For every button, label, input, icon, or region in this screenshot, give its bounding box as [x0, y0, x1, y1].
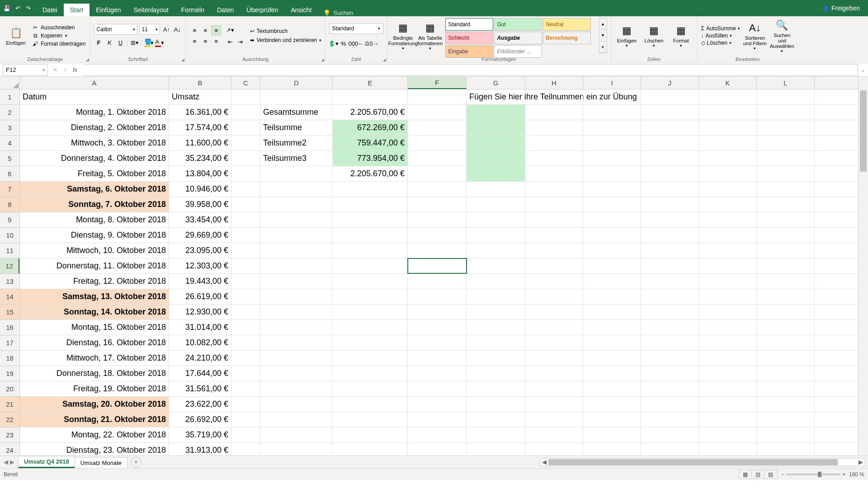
cell-C13[interactable] [231, 274, 260, 289]
undo-icon[interactable]: ↶ [14, 5, 22, 12]
number-format-select[interactable]: Standard▾ [329, 23, 383, 34]
cell-K2[interactable] [699, 105, 757, 120]
cell-G16[interactable] [467, 320, 525, 335]
merge-center-button[interactable]: ⬌Verbinden und zentrieren▾ [250, 37, 321, 43]
conditional-formatting-button[interactable]: ▦ Bedingte Formatierung▾ [391, 18, 415, 53]
cell-K14[interactable] [699, 289, 757, 304]
cell-A13[interactable]: Freitag, 12. Oktober 2018 [20, 274, 169, 289]
ribbon-tab-datei[interactable]: Datei [36, 4, 64, 16]
cell-I19[interactable] [583, 366, 641, 381]
cell-J8[interactable] [641, 197, 699, 212]
row-header-7[interactable]: 7 [0, 182, 19, 197]
cell-L23[interactable] [757, 427, 815, 442]
cell-K12[interactable] [699, 258, 757, 273]
scroll-right-icon[interactable]: ▶ [857, 459, 865, 465]
share-button[interactable]: Freigeben [823, 5, 860, 12]
row-header-20[interactable]: 20 [0, 381, 19, 397]
cell-H15[interactable] [525, 305, 583, 319]
cell-L21[interactable] [757, 397, 815, 412]
cell-B20[interactable]: 31.561,00 € [169, 381, 231, 396]
cell-L8[interactable] [757, 197, 815, 212]
cell-K20[interactable] [699, 381, 757, 396]
cell-G10[interactable] [467, 228, 525, 243]
cell-D17[interactable] [260, 335, 333, 350]
column-header-F[interactable]: F [408, 77, 467, 89]
cell-I23[interactable] [583, 427, 641, 442]
normal-view-icon[interactable]: ▦ [739, 470, 752, 479]
decrease-font-icon[interactable]: A↓ [173, 24, 182, 34]
cell-G14[interactable] [467, 289, 525, 304]
cell-L3[interactable] [757, 120, 815, 135]
font-size-select[interactable]: 11▾ [139, 24, 160, 35]
cell-style-schlecht[interactable]: Schlecht [445, 32, 493, 44]
percent-format-icon[interactable]: % [339, 38, 348, 48]
cell-B2[interactable]: 16.361,00 € [169, 105, 231, 120]
cell-K6[interactable] [699, 166, 757, 181]
cell-E18[interactable] [333, 351, 408, 366]
cell-K21[interactable] [699, 397, 757, 412]
thousands-format-icon[interactable]: 000 [349, 38, 358, 48]
cell-F9[interactable] [408, 212, 467, 227]
redo-icon[interactable]: ↷ [24, 5, 33, 12]
cell-A16[interactable]: Montag, 15. Oktober 2018 [20, 320, 169, 335]
cell-J19[interactable] [641, 366, 699, 381]
cell-L20[interactable] [757, 381, 815, 396]
cell-D12[interactable] [260, 258, 333, 273]
cell-J1[interactable] [641, 89, 699, 104]
cell-H23[interactable] [525, 427, 583, 442]
cell-B8[interactable]: 39.958,00 € [169, 197, 231, 212]
cell-J6[interactable] [641, 166, 699, 181]
cell-D5[interactable]: Teilsumme3 [260, 151, 333, 166]
cell-C7[interactable] [231, 182, 260, 197]
name-box[interactable]: F12▾ [3, 64, 48, 76]
cell-style-ausgabe[interactable]: Ausgabe [494, 32, 542, 44]
cell-A15[interactable]: Sonntag, 14. Oktober 2018 [20, 305, 169, 319]
cell-K17[interactable] [699, 335, 757, 350]
row-header-21[interactable]: 21 [0, 397, 19, 412]
cell-E8[interactable] [333, 197, 408, 212]
cell-H24[interactable] [525, 443, 583, 455]
cell-G19[interactable] [467, 366, 525, 381]
cell-G22[interactable] [467, 412, 525, 427]
cell-C16[interactable] [231, 320, 260, 335]
cell-I17[interactable] [583, 335, 641, 350]
cell-C9[interactable] [231, 212, 260, 227]
cell-I20[interactable] [583, 381, 641, 396]
align-bottom-center[interactable]: ≡ [200, 36, 210, 46]
formula-input[interactable] [82, 64, 858, 76]
cell-L24[interactable] [757, 443, 815, 455]
cell-C18[interactable] [231, 351, 260, 366]
cell-H9[interactable] [525, 212, 583, 227]
scroll-more-icon[interactable]: ▾ [599, 42, 607, 53]
cell-B23[interactable]: 35.719,00 € [169, 427, 231, 442]
align-bottom-right[interactable]: ≡ [211, 36, 221, 46]
autosum-button[interactable]: ΣAutoSumme▾ [701, 25, 740, 32]
cell-J4[interactable] [641, 136, 699, 150]
format-cells-button[interactable]: ▦Format▾ [669, 18, 693, 53]
cell-A2[interactable]: Montag, 1. Oktober 2018 [20, 105, 169, 120]
cell-G24[interactable] [467, 443, 525, 455]
scroll-left-icon[interactable]: ◀ [540, 459, 548, 465]
cell-A1[interactable]: Datum [20, 89, 169, 104]
cell-B21[interactable]: 23.622,00 € [169, 397, 231, 412]
cell-B17[interactable]: 10.082,00 € [169, 335, 231, 350]
cell-F8[interactable] [408, 197, 467, 212]
cell-B24[interactable]: 31.913,00 € [169, 443, 231, 455]
cell-C1[interactable] [231, 89, 260, 104]
format-painter-button[interactable]: 🖌Format übertragen [31, 40, 86, 47]
cell-F23[interactable] [408, 427, 467, 442]
cell-D20[interactable] [260, 381, 333, 396]
cell-L4[interactable] [757, 136, 815, 150]
cell-style-standard[interactable]: Standard [445, 18, 493, 31]
cell-F11[interactable] [408, 243, 467, 258]
cell-J18[interactable] [641, 351, 699, 366]
dialog-launcher-icon[interactable]: ◢ [321, 57, 324, 62]
sheet-nav-prev-icon[interactable]: ◀ [4, 459, 8, 465]
cell-A11[interactable]: Mittwoch, 10. Oktober 2018 [20, 243, 169, 258]
cell-K19[interactable] [699, 366, 757, 381]
cell-I10[interactable] [583, 228, 641, 243]
cell-E12[interactable] [333, 258, 408, 273]
cell-E3[interactable]: 672.269,00 € [333, 120, 408, 135]
cut-button[interactable]: ✂Ausschneiden [31, 24, 86, 31]
cell-H2[interactable] [525, 105, 583, 120]
